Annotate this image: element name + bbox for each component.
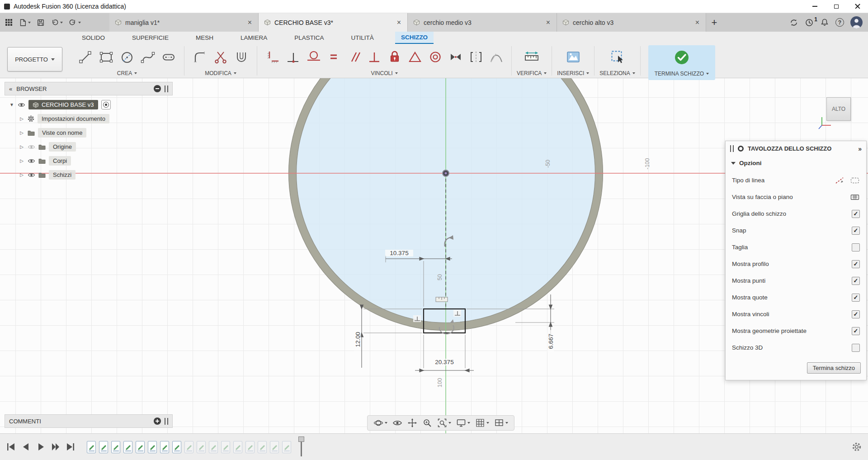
select-tool-button[interactable] [607,46,628,68]
timeline-marker[interactable] [298,436,305,457]
new-tab-button[interactable]: + [706,13,722,32]
equal-constraint-button[interactable] [323,46,344,68]
group-label-inserisci[interactable]: INSERISCI [557,70,589,76]
browser-item-viste[interactable]: ▷ Viste con nome [9,127,173,138]
checkbox[interactable]: ✓ [852,277,860,285]
tab-close-icon[interactable]: × [396,19,402,26]
tab-superficie[interactable]: SUPERFICIE [126,32,175,44]
symmetry-constraint-button[interactable] [466,46,486,68]
browser-item-schizzi[interactable]: ▷ Schizzi [9,169,173,180]
sketch-canvas[interactable]: 10.375 12.00 20.375 6.667 -50 -100 50 10… [0,78,868,433]
orbit-button[interactable] [372,417,389,429]
look-at-button[interactable] [391,417,404,429]
perpendicular-constraint-button[interactable] [364,46,384,68]
expand-palette-icon[interactable]: » [858,145,862,152]
tree-collapsed-icon[interactable]: ▷ [19,116,24,121]
checkbox[interactable]: ✓ [852,310,860,318]
pan-button[interactable] [406,417,419,429]
dimension-20-375[interactable]: 20.375 [430,359,458,365]
checkbox[interactable]: ✓ [852,227,860,235]
curvature-constraint-button[interactable] [486,46,506,68]
help-button[interactable]: ? [835,18,844,27]
tab-close-icon[interactable]: × [545,19,551,26]
tree-expanded-icon[interactable]: ▼ [9,102,14,107]
sketch-feature-icon[interactable] [123,441,132,453]
group-label-verifica[interactable]: VERIFICA [517,70,547,76]
visibility-eye-icon[interactable] [28,158,35,164]
sketch-feature-icon[interactable] [221,441,230,453]
step-back-button[interactable] [19,441,32,453]
sketch-feature-icon[interactable] [245,441,255,453]
activate-component-radio[interactable] [101,100,111,109]
visibility-eye-icon[interactable] [28,172,35,178]
minimize-panel-icon[interactable] [154,85,161,92]
sketch-feature-icon[interactable] [99,441,108,453]
minimize-button[interactable] [804,0,826,13]
zoom-button[interactable] [421,417,434,429]
sketch-feature-icon[interactable] [111,441,120,453]
document-root-item[interactable]: CERCHIO BASE v3 [28,100,98,109]
sketch-feature-icon[interactable] [160,441,169,453]
finish-sketch-button[interactable] [671,46,692,69]
concentric-constraint-button[interactable] [425,46,445,68]
trim-tool-button[interactable] [210,46,231,68]
tree-collapsed-icon[interactable]: ▷ [19,130,24,135]
measure-tool-button[interactable] [521,46,542,68]
document-tab-cerchio-medio[interactable]: cerchio medio v3 × [408,13,557,32]
horizontal-vertical-constraint-button[interactable] [262,46,283,68]
sync-status-button[interactable] [789,18,798,27]
construction-line-icon[interactable] [835,176,844,185]
sketch-feature-icon[interactable] [258,441,267,453]
origin-point[interactable] [443,170,449,176]
dock-handle-icon[interactable] [165,85,168,92]
offset-tool-button[interactable] [231,46,252,68]
document-tab-cerchio-alto[interactable]: cerchio alto v3 × [557,13,706,32]
user-avatar[interactable] [850,16,863,28]
tab-plastica[interactable]: PLASTICA [288,32,330,44]
tangent-constraint-button[interactable] [303,46,323,68]
tab-close-icon[interactable]: × [694,19,700,26]
browser-item-origine[interactable]: ▷ Origine [9,141,173,152]
maximize-button[interactable] [826,0,847,13]
grid-settings-button[interactable] [474,417,491,429]
collapse-panel-icon[interactable]: « [9,86,12,92]
display-settings-button[interactable] [455,417,472,429]
sketch-feature-icon[interactable] [233,441,242,453]
notifications-button[interactable] [820,18,829,27]
go-to-start-button[interactable] [5,441,17,453]
redo-button[interactable] [66,16,83,29]
sketch-feature-icon[interactable] [148,441,157,453]
group-label-crea[interactable]: CREA [117,70,137,76]
fillet-tool-button[interactable] [189,46,210,68]
insert-image-button[interactable] [563,46,584,68]
group-label-vincoli[interactable]: VINCOLI [371,70,397,76]
expand-panel-icon[interactable] [154,417,161,425]
tree-collapsed-icon[interactable]: ▷ [19,172,24,177]
comments-header[interactable]: COMMENTI [5,414,173,428]
document-tab-maniglia[interactable]: maniglia v1* × [109,13,259,32]
group-label-termina[interactable]: TERMINA SCHIZZO [655,71,709,77]
palette-drag-handle[interactable] [730,145,734,152]
timeline-settings-button[interactable] [852,442,868,452]
tab-lamiera[interactable]: LAMIERA [235,32,273,44]
group-label-seleziona[interactable]: SELEZIONA [599,70,635,76]
sketch-feature-icon[interactable] [209,441,218,453]
palette-header[interactable]: TAVOLOZZA DELLO SCHIZZO » [726,141,866,156]
app-grid-button[interactable] [3,16,15,29]
dimension-12-00[interactable]: 12.00 [354,328,361,351]
sketch-feature-icon[interactable] [172,441,181,453]
group-label-modifica[interactable]: MODIFICA [205,70,236,76]
document-tab-cerchio-base[interactable]: CERCHIO BASE v3* × [259,13,408,32]
polygon-constraint-button[interactable] [405,46,425,68]
browser-item-corpi[interactable]: ▷ Corpi [9,155,173,166]
undo-button[interactable] [48,16,65,29]
sketch-feature-icon[interactable] [136,441,145,453]
marker-handle[interactable] [298,436,304,442]
sketch-feature-icon[interactable] [87,441,96,453]
tab-schizzo[interactable]: SCHIZZO [395,32,434,44]
visibility-eye-icon[interactable] [18,102,25,108]
dimension-6-667[interactable]: 6.667 [547,330,554,353]
sketch-feature-icon[interactable] [270,441,279,453]
browser-root-row[interactable]: ▼ CERCHIO BASE v3 [9,99,173,110]
slot-tool-button[interactable] [158,46,179,68]
